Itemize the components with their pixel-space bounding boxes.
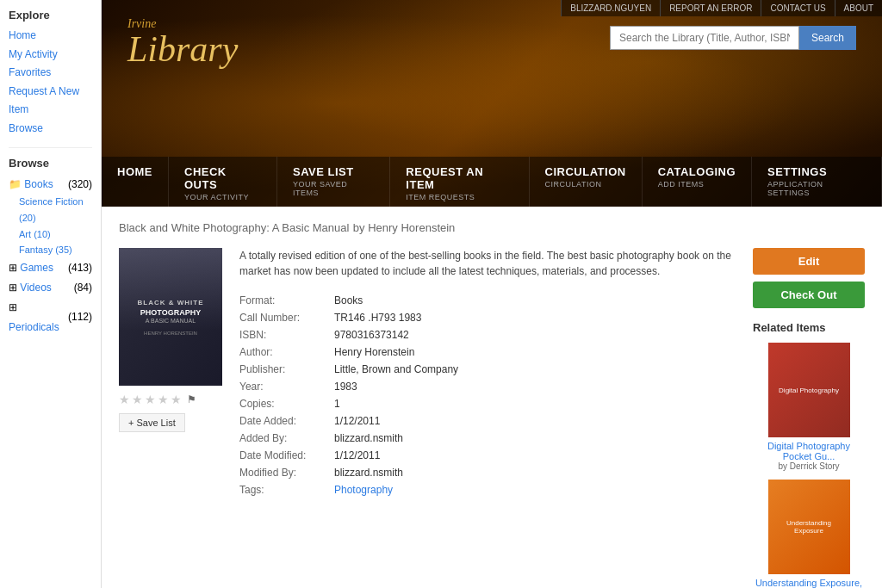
book-detail-section: Black and White Photography: A Basic Man… [102, 207, 882, 588]
related-item-1: Digital Photography Digital Photography … [753, 343, 865, 471]
browse-games-link[interactable]: Games [20, 262, 53, 274]
star-4[interactable]: ★ [158, 393, 169, 406]
meta-label-isbn: ISBN: [239, 326, 334, 344]
browse-books-count: (320) [68, 175, 92, 195]
nav-browse[interactable]: Browse [9, 120, 92, 139]
meta-label-copies: Copies: [239, 395, 334, 412]
checkout-button[interactable]: Check Out [753, 282, 865, 308]
nav-savelist[interactable]: SAVE LIST YOUR SAVED ITEMS [277, 157, 390, 207]
banner-search: Search [610, 26, 856, 50]
meta-row-isbn: ISBN: 9780316373142 [239, 326, 736, 344]
nav-settings[interactable]: SETTINGS APPLICATION SETTINGS [752, 157, 882, 207]
nav-circulation[interactable]: CIRCULATION CIRCULATION [530, 157, 643, 207]
save-list-button[interactable]: + Save List [119, 413, 185, 432]
browse-science-fiction[interactable]: Science Fiction (20) [19, 194, 92, 226]
banner-logo: Irvine Library [127, 17, 238, 67]
related-cover-2: Understanding Exposure [768, 480, 850, 574]
edit-button[interactable]: Edit [753, 248, 865, 275]
report-error-btn[interactable]: REPORT AN ERROR [660, 0, 761, 16]
book-cover-image: BLACK & WHITE PHOTOGRAPHY A BASIC MANUAL… [119, 248, 222, 386]
browse-videos-count: (84) [74, 278, 92, 298]
meta-row-format: Format: Books [239, 292, 736, 309]
related-book-title-2[interactable]: Understanding Exposure, 3rd E... [753, 578, 865, 588]
nav-checkouts-sub: YOUR ACTIVITY [184, 193, 261, 201]
sidebar: Explore Home My Activity Favorites Reque… [0, 0, 102, 588]
meta-label-publisher: Publisher: [239, 361, 334, 378]
meta-value-year: 1983 [334, 378, 736, 395]
browse-art[interactable]: Art (10) [19, 226, 92, 243]
related-book-author-1: by Derrick Story [753, 461, 865, 471]
nav-home[interactable]: Home [9, 27, 92, 46]
nav-home-label: HOME [117, 165, 152, 178]
book-meta: A totally revised edition of one of the … [239, 248, 736, 588]
browse-periodicals[interactable]: ⊞ Periodicals (112) [9, 298, 92, 337]
browse-games-count: (413) [68, 258, 92, 278]
meta-value-tags: Photography [334, 481, 736, 498]
meta-label-callnumber: Call Number: [239, 309, 334, 326]
search-button[interactable]: Search [799, 26, 856, 50]
contact-us-btn[interactable]: CONTACT US [761, 0, 834, 16]
book-main-title: Black and White Photography: A Basic Man… [119, 221, 349, 234]
browse-fantasy[interactable]: Fantasy (35) [19, 242, 92, 258]
nav-request[interactable]: REQUEST AN ITEM ITEM REQUESTS [390, 157, 529, 207]
book-description: A totally revised edition of one of the … [239, 248, 736, 279]
star-1[interactable]: ★ [119, 393, 130, 406]
nav-checkouts-label: CHECK OUTS [184, 165, 261, 191]
browse-videos-link[interactable]: Videos [20, 282, 51, 294]
book-detail-title: Black and White Photography: A Basic Man… [119, 220, 865, 235]
meta-label-format: Format: [239, 292, 334, 309]
star-5[interactable]: ★ [171, 393, 182, 406]
nav-request-item[interactable]: Request A New Item [9, 83, 92, 120]
meta-row-callnumber: Call Number: TR146 .H793 1983 [239, 309, 736, 326]
rating-stars: ★ ★ ★ ★ ★ ⚑ [119, 393, 222, 406]
browse-games[interactable]: ⊞ Games (413) [9, 258, 92, 278]
star-3[interactable]: ★ [145, 393, 156, 406]
related-items-title: Related Items [753, 321, 865, 334]
star-2[interactable]: ★ [132, 393, 143, 406]
meta-row-tags: Tags: Photography [239, 481, 736, 498]
meta-row-year: Year: 1983 [239, 378, 736, 395]
nav-cataloging-label: CATALOGING [658, 165, 736, 178]
tag-photography[interactable]: Photography [334, 484, 393, 496]
browse-title: Browse [9, 157, 92, 170]
browse-books-link[interactable]: Books [24, 178, 53, 190]
meta-table: Format: Books Call Number: TR146 .H793 1… [239, 292, 736, 498]
nav-favorites[interactable]: Favorites [9, 64, 92, 83]
meta-value-isbn: 9780316373142 [334, 326, 736, 344]
book-cover-area: BLACK & WHITE PHOTOGRAPHY A BASIC MANUAL… [119, 248, 222, 588]
meta-label-modifiedby: Modified By: [239, 464, 334, 481]
related-book-title-1[interactable]: Digital Photography Pocket Gu... [753, 441, 865, 461]
nav-cataloging[interactable]: CATALOGING ADD ITEMS [643, 157, 752, 207]
meta-value-copies: 1 [334, 395, 736, 412]
nav-circulation-label: CIRCULATION [545, 165, 626, 178]
meta-value-callnumber: TR146 .H793 1983 [334, 309, 736, 326]
nav-my-activity[interactable]: My Activity [9, 46, 92, 65]
meta-row-dateadded: Date Added: 1/12/2011 [239, 412, 736, 430]
nav-settings-label: SETTINGS [767, 165, 866, 178]
meta-label-year: Year: [239, 378, 334, 395]
meta-value-author: Henry Horenstein [334, 344, 736, 361]
username-btn[interactable]: BLIZZARD.NGUYEN [561, 0, 660, 16]
meta-value-publisher: Little, Brown and Company [334, 361, 736, 378]
meta-label-addedby: Added By: [239, 430, 334, 447]
browse-periodicals-link[interactable]: Periodicals [9, 321, 59, 333]
nav-settings-sub: APPLICATION SETTINGS [767, 180, 866, 197]
meta-value-addedby: blizzard.nsmith [334, 430, 736, 447]
meta-label-tags: Tags: [239, 481, 334, 498]
meta-label-dateadded: Date Added: [239, 412, 334, 430]
meta-row-datemodified: Date Modified: 1/12/2011 [239, 447, 736, 464]
explore-title: Explore [9, 9, 92, 22]
search-input[interactable] [610, 26, 799, 50]
browse-books[interactable]: 📁 Books (320) [9, 175, 92, 195]
nav-checkouts[interactable]: CHECK OUTS YOUR ACTIVITY [169, 157, 277, 207]
browse-videos[interactable]: ⊞ Videos (84) [9, 278, 92, 298]
library-banner: BLIZZARD.NGUYEN REPORT AN ERROR CONTACT … [102, 0, 882, 207]
nav-home[interactable]: HOME [102, 157, 169, 207]
rating-info-icon: ⚑ [187, 393, 196, 405]
book-actions: Edit Check Out Related Items Digital Pho… [753, 248, 865, 588]
meta-value-datemodified: 1/12/2011 [334, 447, 736, 464]
meta-row-modifiedby: Modified By: blizzard.nsmith [239, 464, 736, 481]
about-btn[interactable]: ABOUT [835, 0, 882, 16]
book-author-byline: by Henry Horenstein [353, 221, 456, 234]
banner-nav: HOME CHECK OUTS YOUR ACTIVITY SAVE LIST … [102, 157, 882, 207]
